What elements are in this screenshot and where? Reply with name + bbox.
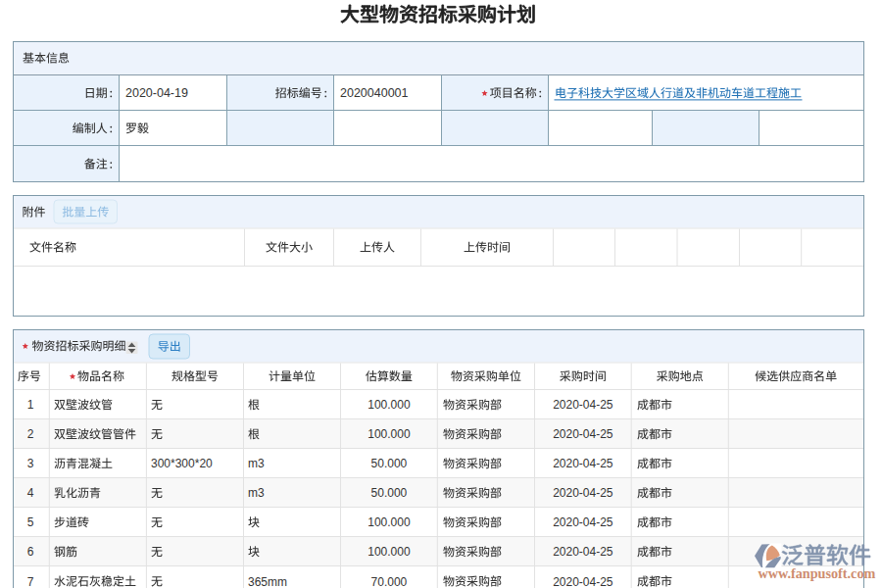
svg-text:1: 1 xyxy=(27,398,34,412)
svg-text:50.000: 50.000 xyxy=(371,457,408,470)
svg-text:2020040001: 2020040001 xyxy=(340,86,409,100)
svg-text:365mm: 365mm xyxy=(248,575,287,588)
svg-text:2020-04-25: 2020-04-25 xyxy=(553,486,613,500)
svg-text:2020-04-25: 2020-04-25 xyxy=(553,515,613,529)
svg-text:300*300*20: 300*300*20 xyxy=(151,457,213,470)
svg-text:2020-04-25: 2020-04-25 xyxy=(553,545,613,559)
svg-text:7: 7 xyxy=(27,575,34,588)
svg-text:3: 3 xyxy=(27,457,34,470)
svg-text:m3: m3 xyxy=(248,457,265,470)
svg-text:m3: m3 xyxy=(248,486,265,500)
svg-text:2020-04-25: 2020-04-25 xyxy=(553,457,613,470)
svg-text:2020-04-19: 2020-04-19 xyxy=(125,86,188,100)
svg-text:www.fanpusoft.com: www.fanpusoft.com xyxy=(759,565,876,581)
svg-text:2020-04-25: 2020-04-25 xyxy=(553,398,613,412)
svg-text:100.000: 100.000 xyxy=(368,427,411,441)
svg-text:2: 2 xyxy=(27,427,34,441)
svg-text:6: 6 xyxy=(27,545,34,559)
svg-text:2020-04-25: 2020-04-25 xyxy=(553,427,613,441)
svg-text:50.000: 50.000 xyxy=(371,486,408,500)
svg-text:100.000: 100.000 xyxy=(368,398,411,412)
svg-text:4: 4 xyxy=(27,486,34,500)
svg-text:2020-04-25: 2020-04-25 xyxy=(553,575,613,588)
svg-text:70.000: 70.000 xyxy=(371,575,408,588)
svg-text:100.000: 100.000 xyxy=(368,515,411,529)
svg-text:100.000: 100.000 xyxy=(368,545,411,559)
svg-text:5: 5 xyxy=(27,515,34,529)
